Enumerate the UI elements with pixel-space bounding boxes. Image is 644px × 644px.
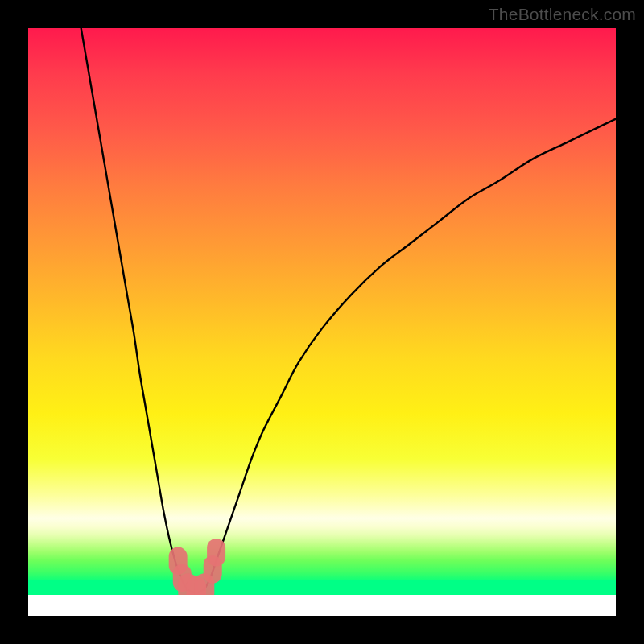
- watermark-text: TheBottleneck.com: [489, 5, 636, 24]
- bottleneck-curve: [81, 28, 616, 592]
- marker-point: [207, 539, 225, 566]
- plot-card: [28, 28, 616, 616]
- svg-rect-6: [207, 539, 225, 566]
- chart-frame: TheBottleneck.com: [0, 0, 644, 644]
- plot-area: [28, 28, 616, 595]
- axis-strip: [28, 595, 616, 616]
- curve-svg: [28, 28, 616, 595]
